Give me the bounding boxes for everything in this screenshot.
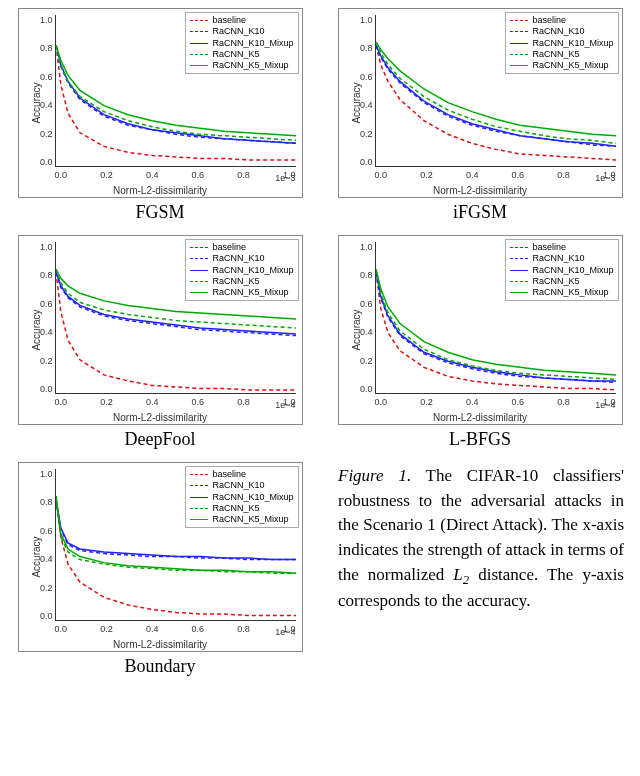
legend-label: RaCNN_K10 [532,253,584,264]
legend-swatch [190,20,208,21]
cell-ifgsm: baselineRaCNN_K10RaCNN_K10_MixupRaCNN_K5… [332,8,628,223]
legend-label: RaCNN_K5 [212,503,259,514]
legend-swatch [190,474,208,475]
legend-label: RaCNN_K5 [212,49,259,60]
figure-caption: Figure 1. The CIFAR-10 classifiers' robu… [332,462,628,677]
legend-label: RaCNN_K10_Mixup [212,38,293,49]
legend-swatch [510,258,528,259]
x-axis-label: Norm-L2-dissimilarity [19,185,302,196]
legend-swatch [510,270,528,271]
legend: baselineRaCNN_K10RaCNN_K10_MixupRaCNN_K5… [185,239,298,301]
legend-label: RaCNN_K5_Mixup [532,60,608,71]
legend-swatch [190,519,208,520]
y-ticks: 0.00.20.40.60.81.0 [355,15,373,167]
legend: baselineRaCNN_K10RaCNN_K10_MixupRaCNN_K5… [505,12,618,74]
legend-swatch [190,31,208,32]
chart-fgsm: baselineRaCNN_K10RaCNN_K10_MixupRaCNN_K5… [18,8,303,198]
chart-lbfgs: baselineRaCNN_K10RaCNN_K10_MixupRaCNN_K5… [338,235,623,425]
y-ticks: 0.00.20.40.60.81.0 [35,242,53,394]
chart-boundary: baselineRaCNN_K10RaCNN_K10_MixupRaCNN_K5… [18,462,303,652]
x-multiplier: 1e−4 [595,400,615,410]
x-ticks: 0.00.20.40.60.81.0 [55,624,296,634]
legend-swatch [190,247,208,248]
legend-label: baseline [212,242,246,253]
caption-label: Figure 1. [338,466,411,485]
x-ticks: 0.00.20.40.60.81.0 [55,170,296,180]
chart-title: iFGSM [453,202,507,223]
x-multiplier: 1e−3 [275,173,295,183]
l2-symbol: L2 [453,565,469,584]
legend-swatch [510,281,528,282]
legend-swatch [510,20,528,21]
legend-label: RaCNN_K5_Mixup [212,287,288,298]
legend-swatch [190,258,208,259]
legend-label: RaCNN_K10 [212,26,264,37]
legend-swatch [190,270,208,271]
cell-boundary: baselineRaCNN_K10RaCNN_K10_MixupRaCNN_K5… [12,462,308,677]
x-multiplier: 1e−4 [275,627,295,637]
legend-label: RaCNN_K5 [212,276,259,287]
y-ticks: 0.00.20.40.60.81.0 [35,15,53,167]
chart-title: Boundary [125,656,196,677]
legend-swatch [190,43,208,44]
x-multiplier: 1e−3 [595,173,615,183]
legend-label: RaCNN_K5_Mixup [212,60,288,71]
legend-label: RaCNN_K10 [212,480,264,491]
legend-swatch [190,508,208,509]
x-axis-label: Norm-L2-dissimilarity [339,185,622,196]
legend-label: RaCNN_K10_Mixup [532,265,613,276]
legend-label: baseline [212,15,246,26]
legend-swatch [510,43,528,44]
cell-fgsm: baselineRaCNN_K10RaCNN_K10_MixupRaCNN_K5… [12,8,308,223]
legend-swatch [190,497,208,498]
x-axis-label: Norm-L2-dissimilarity [19,639,302,650]
legend-label: RaCNN_K10 [532,26,584,37]
legend: baselineRaCNN_K10RaCNN_K10_MixupRaCNN_K5… [505,239,618,301]
chart-title: L-BFGS [449,429,511,450]
x-axis-label: Norm-L2-dissimilarity [19,412,302,423]
legend-label: RaCNN_K5_Mixup [212,514,288,525]
legend-label: baseline [212,469,246,480]
x-axis-label: Norm-L2-dissimilarity [339,412,622,423]
legend-label: RaCNN_K10 [212,253,264,264]
x-multiplier: 1e−4 [275,400,295,410]
legend: baselineRaCNN_K10RaCNN_K10_MixupRaCNN_K5… [185,12,298,74]
legend-label: baseline [532,242,566,253]
legend-swatch [510,292,528,293]
legend-label: baseline [532,15,566,26]
x-ticks: 0.00.20.40.60.81.0 [375,170,616,180]
chart-title: DeepFool [125,429,196,450]
chart-ifgsm: baselineRaCNN_K10RaCNN_K10_MixupRaCNN_K5… [338,8,623,198]
legend-label: RaCNN_K5 [532,276,579,287]
cell-lbfgs: baselineRaCNN_K10RaCNN_K10_MixupRaCNN_K5… [332,235,628,450]
legend-label: RaCNN_K5 [532,49,579,60]
legend-swatch [190,292,208,293]
legend-swatch [190,54,208,55]
legend-swatch [510,31,528,32]
legend-swatch [510,247,528,248]
x-ticks: 0.00.20.40.60.81.0 [55,397,296,407]
legend-label: RaCNN_K5_Mixup [532,287,608,298]
chart-deepfool: baselineRaCNN_K10RaCNN_K10_MixupRaCNN_K5… [18,235,303,425]
chart-title: FGSM [135,202,184,223]
figure-grid: baselineRaCNN_K10RaCNN_K10_MixupRaCNN_K5… [12,8,628,677]
legend-swatch [510,54,528,55]
y-ticks: 0.00.20.40.60.81.0 [355,242,373,394]
x-ticks: 0.00.20.40.60.81.0 [375,397,616,407]
cell-deepfool: baselineRaCNN_K10RaCNN_K10_MixupRaCNN_K5… [12,235,308,450]
legend-label: RaCNN_K10_Mixup [532,38,613,49]
y-ticks: 0.00.20.40.60.81.0 [35,469,53,621]
legend-label: RaCNN_K10_Mixup [212,492,293,503]
legend-swatch [510,65,528,66]
legend-swatch [190,65,208,66]
legend-label: RaCNN_K10_Mixup [212,265,293,276]
legend: baselineRaCNN_K10RaCNN_K10_MixupRaCNN_K5… [185,466,298,528]
page: baselineRaCNN_K10RaCNN_K10_MixupRaCNN_K5… [0,0,640,697]
legend-swatch [190,485,208,486]
legend-swatch [190,281,208,282]
